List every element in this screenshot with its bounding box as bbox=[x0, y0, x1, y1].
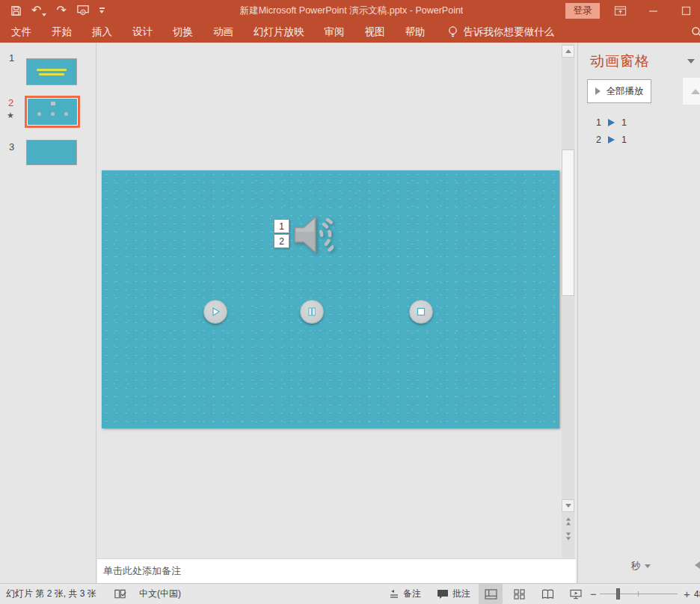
slide-counter[interactable]: 幻灯片 第 2 张, 共 3 张 bbox=[6, 584, 96, 604]
slide-2-thumbnail[interactable] bbox=[25, 96, 80, 128]
slide-thumbnails-panel: 1 2 ★ 3 bbox=[0, 43, 96, 583]
slide-2-number: 2 bbox=[8, 97, 13, 108]
tab-home[interactable]: 开始 bbox=[52, 25, 72, 39]
statusbar: 幻灯片 第 2 张, 共 3 张 中文(中国) 备注 批注 − + bbox=[0, 583, 700, 604]
timeline-unit-dropdown[interactable]: 秒 bbox=[631, 560, 651, 573]
animation-item-1-order: 1 bbox=[596, 117, 601, 128]
language-indicator[interactable]: 中文(中国) bbox=[139, 584, 181, 604]
powerpoint-window: ↶ ↷ 新建Microsoft PowerPoint 演示文稿.pptx - P… bbox=[0, 0, 700, 604]
zoom-in-button[interactable]: + bbox=[684, 584, 690, 604]
zoom-slider-thumb[interactable] bbox=[616, 588, 620, 600]
animation-item-2-name: 1 bbox=[621, 135, 627, 145]
notes-toggle-label: 备注 bbox=[403, 588, 421, 600]
animation-pane-title: 动画窗格 bbox=[590, 52, 650, 71]
slide-1-title-text bbox=[37, 69, 67, 71]
notes-toggle-button[interactable]: 备注 bbox=[389, 584, 421, 604]
tellme-label: 告诉我你想要做什么 bbox=[464, 25, 555, 39]
slide-2-animation-star-icon[interactable]: ★ bbox=[7, 111, 14, 120]
previous-slide-button[interactable] bbox=[562, 516, 574, 526]
pause-icon bbox=[306, 306, 318, 318]
customize-qat-button[interactable] bbox=[99, 7, 105, 13]
move-earlier-icon bbox=[691, 89, 700, 94]
slide-2-thumbnail-content bbox=[28, 99, 77, 125]
animation-item-1[interactable]: 1 1 bbox=[596, 117, 627, 128]
signin-button[interactable]: 登录 bbox=[565, 3, 600, 19]
tab-file[interactable]: 文件 bbox=[11, 25, 31, 39]
titlebar: ↶ ↷ 新建Microsoft PowerPoint 演示文稿.pptx - P… bbox=[0, 0, 700, 21]
spellcheck-button[interactable] bbox=[114, 584, 126, 604]
ribbon-tab-bar: 文件 开始 插入 设计 切换 动画 幻灯片放映 审阅 视图 帮助 告诉我你想要做… bbox=[0, 21, 700, 43]
thumb-play-dot bbox=[37, 112, 41, 116]
stop-button[interactable] bbox=[409, 300, 433, 324]
undo-button[interactable]: ↶ bbox=[31, 4, 46, 16]
animation-item-2[interactable]: 2 1 bbox=[596, 135, 627, 145]
thumb-stop-dot bbox=[64, 112, 68, 116]
next-slide-button[interactable] bbox=[562, 531, 574, 541]
notes-pane[interactable]: 单击此处添加备注 bbox=[97, 558, 576, 583]
notes-placeholder[interactable]: 单击此处添加备注 bbox=[103, 564, 181, 578]
comments-toggle-label: 批注 bbox=[452, 588, 470, 600]
scrollbar-thumb[interactable] bbox=[562, 150, 574, 296]
editing-canvas: 1 2 bbox=[97, 43, 576, 558]
double-down-icon bbox=[565, 532, 570, 535]
double-up-icon bbox=[565, 517, 570, 520]
undo-dropdown-icon[interactable] bbox=[42, 13, 46, 16]
zoom-slider-tick bbox=[638, 591, 639, 597]
comments-toggle-button[interactable]: 批注 bbox=[437, 584, 470, 604]
maximize-button[interactable] bbox=[676, 0, 696, 21]
slideshow-view-icon bbox=[570, 589, 582, 600]
move-earlier-button[interactable] bbox=[683, 78, 700, 105]
slideshow-view-button[interactable] bbox=[564, 584, 588, 604]
arrow-down-icon bbox=[565, 504, 571, 508]
slide-sorter-icon bbox=[514, 589, 525, 600]
notes-icon bbox=[389, 589, 399, 600]
tab-design[interactable]: 设计 bbox=[132, 25, 153, 39]
search-icon[interactable] bbox=[691, 26, 700, 41]
chevron-down-icon bbox=[645, 564, 651, 568]
ribbon-display-options-icon bbox=[614, 5, 627, 16]
tab-view[interactable]: 视图 bbox=[365, 25, 385, 39]
timeline-scroll-left-icon[interactable] bbox=[695, 561, 700, 569]
scroll-down-button[interactable] bbox=[562, 499, 574, 512]
spellcheck-icon bbox=[114, 588, 126, 600]
slide-3-thumbnail[interactable] bbox=[26, 140, 77, 165]
play-all-button[interactable]: 全部播放 bbox=[587, 79, 651, 103]
slide-2-canvas[interactable]: 1 2 bbox=[102, 170, 559, 428]
ribbon-display-options-button[interactable] bbox=[610, 0, 630, 21]
minimize-button[interactable] bbox=[643, 0, 663, 21]
customize-qat-icon bbox=[99, 10, 104, 13]
tab-review[interactable]: 审阅 bbox=[325, 25, 345, 39]
tab-insert[interactable]: 插入 bbox=[92, 25, 112, 39]
tab-slideshow[interactable]: 幻灯片放映 bbox=[254, 25, 304, 39]
undo-icon: ↶ bbox=[31, 4, 41, 16]
reading-view-button[interactable] bbox=[535, 584, 559, 604]
pane-menu-caret-icon[interactable] bbox=[687, 59, 695, 64]
save-icon[interactable] bbox=[10, 5, 22, 16]
minimize-icon bbox=[648, 6, 658, 16]
slide-sorter-view-button[interactable] bbox=[507, 584, 531, 604]
tellme-box[interactable]: 告诉我你想要做什么 bbox=[447, 25, 555, 39]
slide-1-thumbnail[interactable] bbox=[26, 58, 77, 85]
pause-button[interactable] bbox=[300, 300, 324, 324]
audio-speaker-icon[interactable] bbox=[290, 214, 334, 256]
scroll-up-button[interactable] bbox=[562, 45, 574, 58]
start-slideshow-icon[interactable] bbox=[76, 4, 90, 16]
play-button[interactable] bbox=[203, 300, 227, 324]
tab-animations[interactable]: 动画 bbox=[213, 25, 233, 39]
zoom-slider-track[interactable] bbox=[600, 594, 678, 594]
normal-view-icon bbox=[485, 589, 497, 600]
zoom-out-button[interactable]: − bbox=[590, 584, 597, 604]
normal-view-button[interactable] bbox=[479, 584, 503, 604]
lightbulb-icon bbox=[447, 25, 458, 38]
play-icon bbox=[209, 306, 221, 318]
window-title: 新建Microsoft PowerPoint 演示文稿.pptx - Power… bbox=[150, 0, 553, 21]
tab-help[interactable]: 帮助 bbox=[405, 25, 426, 39]
redo-icon[interactable]: ↷ bbox=[56, 4, 66, 16]
animation-tag-2[interactable]: 2 bbox=[274, 234, 289, 248]
animation-pane: 动画窗格 全部播放 1 1 2 1 秒 bbox=[577, 43, 700, 583]
animation-item-1-name: 1 bbox=[621, 117, 627, 128]
canvas-scrollbar[interactable] bbox=[562, 43, 574, 558]
tab-transitions[interactable]: 切换 bbox=[173, 25, 193, 39]
zoom-percentage[interactable]: 48% bbox=[694, 584, 700, 604]
animation-tag-1[interactable]: 1 bbox=[274, 219, 289, 233]
